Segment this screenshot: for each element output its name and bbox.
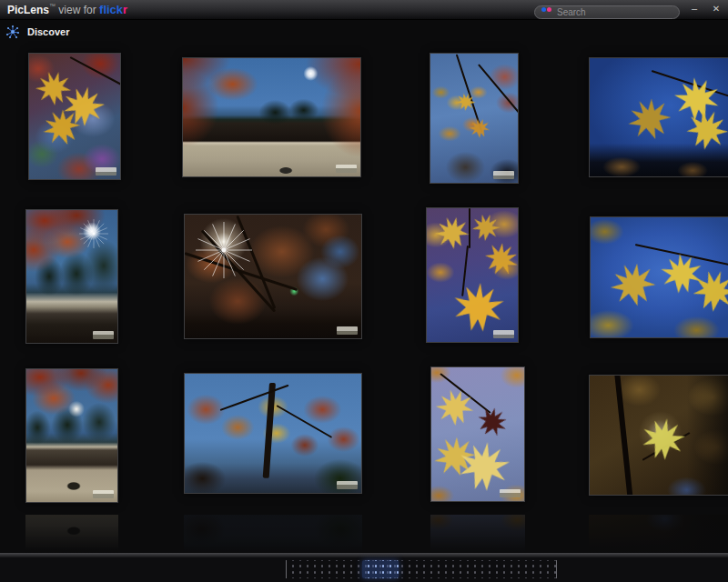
photo-thumbnail[interactable] [184, 214, 362, 339]
title-connector: view for [56, 4, 99, 16]
watermark-badge [493, 171, 514, 179]
reflection-image [589, 515, 728, 555]
photo-image [29, 54, 120, 179]
branch-shape [478, 65, 519, 115]
photo-image [185, 215, 361, 338]
watermark-badge [93, 490, 114, 498]
tree-trunk-shape [263, 383, 276, 478]
watermark-badge [96, 167, 116, 176]
photo-reflection [589, 515, 728, 555]
photo-reflection [25, 515, 118, 555]
photo-thumbnail[interactable] [430, 53, 519, 184]
flickr-dot-blue-icon [541, 7, 546, 12]
branch-shape [614, 375, 632, 496]
flickr-logo-blue: flick [99, 3, 123, 16]
photo-image [26, 210, 117, 343]
discover-label: Discover [27, 26, 69, 37]
watermark-badge [93, 331, 114, 339]
branch-shape [70, 56, 121, 88]
photo-thumbnail[interactable] [430, 366, 525, 502]
photo-thumbnail[interactable] [25, 368, 118, 503]
photo-thumbnail[interactable] [590, 216, 728, 338]
app-name: PicLens [7, 4, 49, 16]
starburst-icon [5, 25, 20, 39]
maple-leaf-icon [604, 256, 662, 314]
window-title: PicLens™ view for flickr [7, 0, 127, 19]
photo-image [590, 376, 728, 495]
thumbnail-scrubber[interactable] [286, 560, 557, 578]
photo-thumbnail[interactable] [25, 209, 118, 344]
maple-leaf-icon [456, 439, 511, 495]
photo-image [26, 369, 117, 502]
watermark-badge [493, 330, 514, 338]
photo-image [185, 374, 361, 493]
photo-thumbnail[interactable] [589, 57, 728, 177]
watermark-badge [337, 326, 358, 335]
flickr-logo-pink: r [123, 3, 127, 16]
close-button[interactable]: ✕ [708, 0, 724, 19]
photo-thumbnail[interactable] [589, 375, 728, 496]
maple-leaf-icon [640, 416, 688, 464]
photo-image [427, 208, 518, 342]
search-box [534, 3, 680, 16]
trademark-symbol: ™ [49, 3, 56, 9]
sun-star-icon [196, 222, 252, 278]
photo-image [431, 367, 524, 501]
piclens-window: PicLens™ view for flickr – ✕ Discover [0, 0, 728, 582]
maple-leaf-icon [621, 91, 678, 148]
branch-shape [276, 405, 332, 438]
minimize-button[interactable]: – [686, 0, 703, 19]
reflection-image [430, 515, 525, 555]
scrubber-position-handle[interactable] [362, 560, 399, 578]
flickr-dot-pink-icon [547, 7, 551, 12]
reflection-image [25, 515, 118, 555]
reflection-image [184, 515, 362, 555]
search-input[interactable] [534, 5, 680, 19]
maple-leaf-icon [479, 236, 519, 283]
maple-leaf-icon [433, 385, 478, 429]
photo-image [591, 217, 728, 337]
discover-button[interactable]: Discover [5, 24, 69, 40]
photo-reflection [430, 515, 525, 555]
photo-reflection [184, 515, 362, 555]
photo-thumbnail[interactable] [182, 57, 361, 177]
sun-star-icon [79, 219, 108, 248]
photo-image [590, 58, 728, 176]
maple-leaf-icon [452, 281, 505, 334]
withered-leaf-icon [471, 401, 512, 442]
watermark-badge [337, 481, 358, 489]
maple-leaf-icon [468, 116, 492, 141]
watermark-badge [500, 489, 521, 497]
watermark-badge [336, 165, 357, 173]
photo-thumbnail[interactable] [28, 53, 121, 180]
photo-image [183, 58, 360, 176]
photo-thumbnail[interactable] [426, 207, 519, 343]
photo-image [430, 54, 518, 183]
title-bar: PicLens™ view for flickr – ✕ [0, 0, 728, 20]
photo-thumbnail[interactable] [184, 373, 362, 494]
